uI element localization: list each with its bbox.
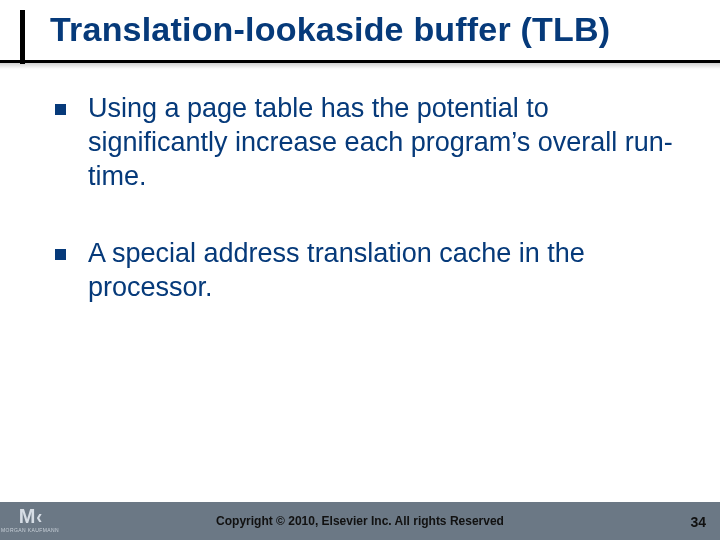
title-left-bar <box>20 10 25 64</box>
title-rule <box>0 60 720 63</box>
bullet-icon <box>55 249 66 260</box>
slide-title: Translation-lookaside buffer (TLB) <box>50 10 710 49</box>
list-item: Using a page table has the potential to … <box>55 92 685 193</box>
page-number: 34 <box>690 514 706 530</box>
footer-bar: M ‹ MORGAN KAUFMANN Copyright © 2010, El… <box>0 502 720 540</box>
bullet-text: Using a page table has the potential to … <box>88 92 685 193</box>
title-wrap: Translation-lookaside buffer (TLB) <box>50 10 710 49</box>
bullet-icon <box>55 104 66 115</box>
list-item: A special address translation cache in t… <box>55 237 685 305</box>
bullet-text: A special address translation cache in t… <box>88 237 685 305</box>
slide-body: Using a page table has the potential to … <box>55 92 685 349</box>
copyright-text: Copyright © 2010, Elsevier Inc. All righ… <box>0 514 720 528</box>
title-rule-shadow <box>0 63 720 69</box>
slide: Translation-lookaside buffer (TLB) Using… <box>0 0 720 540</box>
